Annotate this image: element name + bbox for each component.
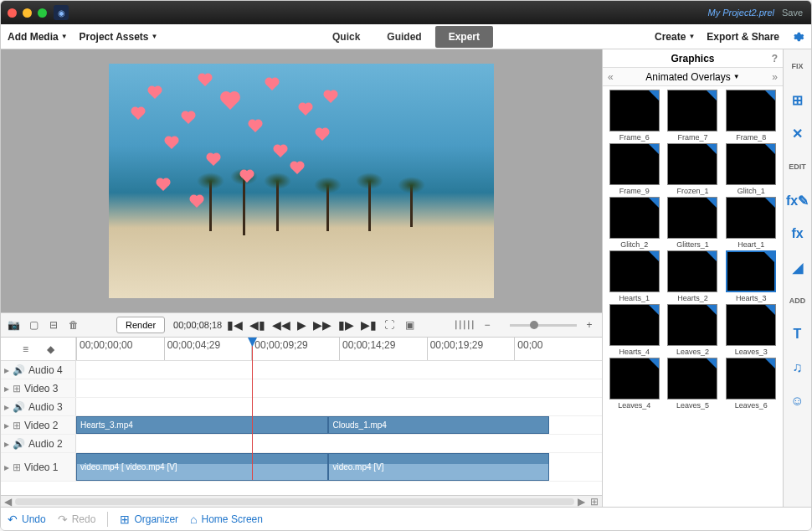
graphics-thumb[interactable]: Glitters_1 <box>665 197 722 249</box>
sidebar-smiley[interactable]: ☺ <box>788 391 808 411</box>
thumb-label: Glitch_2 <box>620 240 648 249</box>
panel-title: Graphics ? <box>603 49 783 68</box>
right-sidebar: FIX⊞✕EDITfx✎fx◢ADDT♫☺ <box>783 49 811 507</box>
sidebar-color[interactable]: ◢ <box>788 257 808 277</box>
camera-icon[interactable]: 📷 <box>6 317 21 333</box>
sidebar-fx[interactable]: fx <box>788 224 808 244</box>
track-body[interactable] <box>76 379 602 397</box>
timeline-clip[interactable]: Clouds_1.mp4 <box>328 416 549 434</box>
thumb-label: Leaves_6 <box>735 401 768 410</box>
sidebar-adjust[interactable]: ⊞ <box>788 90 808 110</box>
play-icon[interactable]: ▶ <box>297 318 306 332</box>
save-link[interactable]: Save <box>782 8 803 18</box>
sidebar-music[interactable]: ♫ <box>788 358 808 378</box>
timeline-options-icon[interactable]: ≡ <box>18 342 33 357</box>
graphics-thumb[interactable]: Frame_9 <box>606 143 663 195</box>
rewind-icon[interactable]: ◀◀ <box>272 318 290 332</box>
category-prev-icon[interactable]: « <box>608 71 614 83</box>
titlebar: ◉ My Project2.prel Save <box>1 1 811 24</box>
sidebar-tools[interactable]: ✕ <box>788 123 808 143</box>
graphics-thumb[interactable]: Leaves_2 <box>665 304 722 356</box>
ruler-tick: 00;00;04;29 <box>164 338 252 360</box>
goto-start-icon[interactable]: ▮◀ <box>227 318 243 332</box>
category-next-icon[interactable]: » <box>772 71 778 83</box>
graphics-thumb[interactable]: Hearts_1 <box>606 250 663 302</box>
marker-icon[interactable]: ▢ <box>26 317 41 333</box>
safe-margins-icon[interactable]: ▣ <box>402 317 417 333</box>
organizer-button[interactable]: ⊞Organizer <box>120 513 178 526</box>
graphics-thumb[interactable]: Leaves_6 <box>722 358 779 410</box>
timeline-clip[interactable]: video.mp4 [ video.mp4 [V] <box>76 453 328 481</box>
graphics-thumb[interactable]: Hearts_2 <box>665 250 722 302</box>
graphics-thumb[interactable]: Leaves_5 <box>665 358 722 410</box>
panel-category[interactable]: « Animated Overlays▼ » <box>603 68 783 86</box>
goto-end-icon[interactable]: ▶▮ <box>361 318 377 332</box>
graphics-thumb[interactable]: Glitch_2 <box>606 197 663 249</box>
thumb-label: Hearts_4 <box>619 348 650 356</box>
track-body[interactable]: video.mp4 [ video.mp4 [V]video.mp4 [V] <box>76 453 602 481</box>
graphics-thumb[interactable]: Hearts_4 <box>606 304 663 356</box>
sidebar-fx-brush[interactable]: fx✎ <box>788 190 808 210</box>
sidebar-text[interactable]: T <box>788 324 808 344</box>
track-body[interactable] <box>76 398 602 415</box>
fullscreen-icon[interactable]: ⛶ <box>382 317 397 333</box>
thumb-image <box>609 250 660 292</box>
tab-guided[interactable]: Guided <box>373 26 434 48</box>
graphics-thumb[interactable]: Leaves_3 <box>722 304 779 356</box>
export-share[interactable]: Export & Share <box>707 31 779 43</box>
graphics-thumb[interactable]: Glitch_1 <box>722 143 779 195</box>
track-body[interactable] <box>76 435 602 452</box>
sidebar-fix[interactable]: FIX <box>788 56 808 76</box>
sidebar-add[interactable]: ADD <box>788 291 808 311</box>
timecode[interactable]: 00;00;08;18 <box>173 320 222 330</box>
track-body[interactable]: Hearts_3.mp4Clouds_1.mp4 <box>76 416 602 434</box>
graphics-thumb[interactable]: Frame_8 <box>722 90 779 142</box>
track-header[interactable]: ▸⊞Video 1 <box>1 453 76 481</box>
zoom-out-icon[interactable]: − <box>480 317 495 333</box>
redo-button[interactable]: ↷Redo <box>58 513 96 526</box>
thumb-image <box>726 304 776 346</box>
track-body[interactable] <box>76 361 602 379</box>
trash-icon[interactable]: 🗑 <box>66 317 81 333</box>
track-header[interactable]: ▸🔊Audio 4 <box>1 361 76 379</box>
close-window[interactable] <box>8 8 17 18</box>
step-forward-icon[interactable]: ▮▶ <box>338 318 354 332</box>
graphics-thumb[interactable]: Leaves_4 <box>606 358 663 410</box>
forward-icon[interactable]: ▶▶ <box>313 318 331 332</box>
home-screen-button[interactable]: ⌂Home Screen <box>190 513 263 526</box>
playhead[interactable] <box>252 338 253 480</box>
zoom-in-icon[interactable]: + <box>582 317 597 333</box>
track-header[interactable]: ▸🔊Audio 3 <box>1 398 76 415</box>
timeline-clip[interactable]: video.mp4 [V] <box>328 453 549 481</box>
help-icon[interactable]: ? <box>772 53 778 64</box>
properties-icon[interactable]: ⊟ <box>46 317 61 333</box>
graphics-thumb[interactable]: Frame_6 <box>606 90 663 142</box>
minimize-window[interactable] <box>23 8 32 18</box>
track-header[interactable]: ▸⊞Video 2 <box>1 416 76 434</box>
timeline-clip[interactable]: Hearts_3.mp4 <box>76 416 328 434</box>
add-media-menu[interactable]: Add Media▼ <box>8 31 68 43</box>
maximize-window[interactable] <box>38 8 47 18</box>
sidebar-edit[interactable]: EDIT <box>788 157 808 177</box>
thumb-label: Leaves_3 <box>735 348 768 356</box>
graphics-thumb[interactable]: Heart_1 <box>722 197 779 249</box>
thumb-label: Leaves_5 <box>676 401 709 410</box>
graphics-thumb[interactable]: Hearts_3 <box>722 250 779 302</box>
render-button[interactable]: Render <box>116 317 165 333</box>
track-header[interactable]: ▸⊞Video 3 <box>1 379 76 397</box>
thumb-image <box>609 143 660 185</box>
settings-icon[interactable] <box>791 30 804 44</box>
project-assets-menu[interactable]: Project Assets▼ <box>80 31 158 43</box>
graphics-thumb[interactable]: Frame_7 <box>665 90 722 142</box>
thumb-image <box>667 250 717 292</box>
snap-icon[interactable]: ◆ <box>44 342 59 357</box>
zoom-slider[interactable] <box>510 324 577 327</box>
tab-expert[interactable]: Expert <box>435 26 493 48</box>
create-menu[interactable]: Create▼ <box>655 31 695 43</box>
undo-button[interactable]: ↶Undo <box>8 513 46 526</box>
timeline-scrollbar[interactable]: ◀▶⊞ <box>1 495 602 507</box>
step-back-icon[interactable]: ◀▮ <box>249 318 265 332</box>
graphics-thumb[interactable]: Frozen_1 <box>665 143 722 195</box>
tab-quick[interactable]: Quick <box>319 26 373 48</box>
track-header[interactable]: ▸🔊Audio 2 <box>1 435 76 452</box>
